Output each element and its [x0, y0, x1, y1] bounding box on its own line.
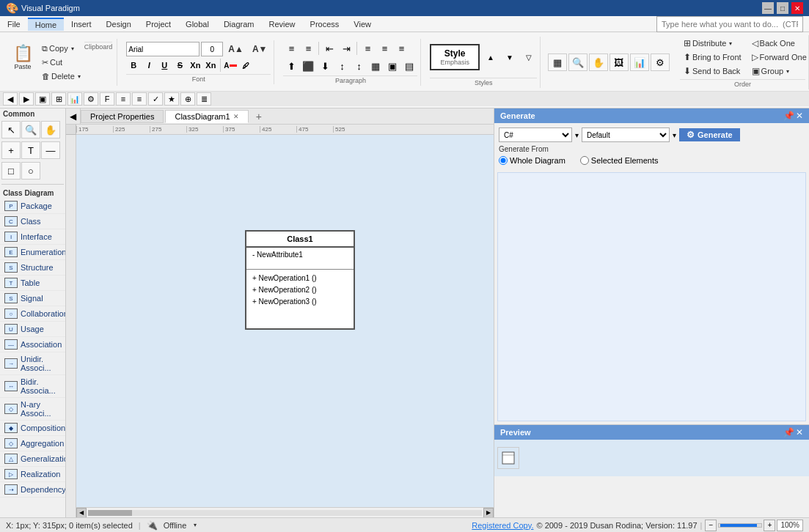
whole-diagram-radio-label[interactable]: Whole Diagram [499, 156, 565, 165]
ribbon-tool-4[interactable]: ⊞ [51, 92, 66, 106]
sidebar-item-signal[interactable]: S Signal [0, 291, 65, 306]
ribbon-tool-12[interactable]: ⊕ [180, 92, 195, 106]
tab-class-diagram[interactable]: ClassDiagram1 ✕ [165, 110, 248, 123]
columns-button[interactable]: ▦ [367, 58, 384, 74]
maximize-button[interactable]: □ [777, 2, 788, 14]
toolbar-icon-1[interactable]: ▦ [548, 53, 567, 71]
line-spacing-button[interactable]: ↕ [351, 58, 367, 74]
zoom-slider[interactable] [718, 523, 762, 528]
generate-panel-pin-button[interactable]: 📌 [783, 111, 794, 121]
sidebar-item-unidir-assoc[interactable]: → Unidir. Associ... [0, 352, 65, 375]
ribbon-tool-3[interactable]: ▣ [35, 92, 50, 106]
hand-tool-button[interactable]: ✋ [41, 121, 60, 138]
whole-diagram-radio[interactable] [499, 156, 508, 165]
menu-project[interactable]: Project [139, 18, 178, 30]
align-top-button[interactable]: ⬆ [283, 58, 299, 74]
italic-button[interactable]: I [142, 58, 156, 73]
zoom-out-button[interactable]: − [705, 520, 717, 531]
line-tool-button[interactable]: — [41, 141, 60, 159]
distribute-button[interactable]: ⊞ Distribute ▾ [680, 37, 745, 50]
scroll-left-button[interactable]: ◀ [76, 508, 87, 518]
paste-button[interactable]: 📋 Paste [9, 42, 37, 78]
sidebar-item-bidir-assoc[interactable]: ↔ Bidir. Associa... [0, 375, 65, 398]
forward-one-button[interactable]: ▷ Forward One [748, 51, 809, 64]
tab-close-button[interactable]: ✕ [233, 113, 239, 120]
increase-font-button[interactable]: A▲ [224, 43, 247, 56]
ribbon-tool-5[interactable]: 📊 [67, 92, 82, 106]
ribbon-tool-1[interactable]: ◀ [3, 92, 18, 106]
menu-file[interactable]: File [0, 18, 28, 30]
highlight-button[interactable]: 🖊 [238, 58, 253, 73]
cut-button[interactable]: ✂ Cut [38, 56, 84, 69]
sidebar-item-generalization[interactable]: △ Generalization [0, 451, 65, 467]
language-select[interactable]: C# Java Python [499, 128, 572, 142]
align-right-button[interactable]: ≡ [393, 40, 409, 56]
sidebar-item-usage[interactable]: U Usage [0, 322, 65, 337]
bullet-list-button[interactable]: ≡ [283, 40, 299, 56]
toolbar-icon-6[interactable]: ⚙ [651, 53, 670, 71]
align-bottom-button[interactable]: ⬇ [317, 58, 333, 74]
add-shape-button[interactable]: + [1, 141, 21, 159]
scroll-right-button[interactable]: ▶ [483, 508, 494, 518]
sidebar-item-interface[interactable]: I Interface [0, 229, 65, 245]
menu-process[interactable]: Process [303, 18, 347, 30]
sidebar-item-realization[interactable]: ▷ Realization [0, 467, 65, 482]
add-tab-button[interactable]: + [250, 109, 268, 124]
sidebar-item-package[interactable]: P Package [0, 199, 65, 214]
subscript-button[interactable]: Xn [188, 58, 202, 73]
menu-design[interactable]: Design [99, 18, 139, 30]
selected-elements-radio[interactable] [580, 156, 589, 165]
ribbon-tool-7[interactable]: F [100, 92, 114, 106]
global-search-input[interactable] [656, 16, 803, 32]
close-button[interactable]: ✕ [791, 2, 803, 14]
zoom-in-button[interactable]: + [764, 520, 775, 531]
scrollbar-track-h[interactable] [88, 510, 482, 516]
sidebar-item-dependency[interactable]: ⇢ Dependency [0, 482, 65, 498]
underline-button[interactable]: U [157, 58, 172, 73]
styles-scroll-down-button[interactable]: ▼ [502, 49, 518, 65]
toolbar-icon-4[interactable]: 🖼 [610, 53, 629, 71]
sidebar-item-enumeration[interactable]: E Enumeration [0, 245, 65, 260]
menu-review[interactable]: Review [261, 18, 302, 30]
menu-view[interactable]: View [346, 18, 378, 30]
decrease-font-button[interactable]: A▼ [249, 43, 271, 56]
ribbon-tool-13[interactable]: ≣ [197, 92, 211, 106]
send-to-back-button[interactable]: ⬇ Send to Back [680, 64, 745, 78]
rect-tool-button[interactable]: □ [1, 162, 21, 180]
menu-home[interactable]: Home [28, 18, 64, 31]
preview-panel-pin-button[interactable]: 📌 [783, 427, 794, 437]
ribbon-tool-9[interactable]: ≡ [132, 92, 147, 106]
align-center-button[interactable]: ≡ [376, 40, 392, 56]
sidebar-item-table[interactable]: T Table [0, 276, 65, 291]
minimize-button[interactable]: — [762, 2, 774, 14]
sidebar-item-aggregation[interactable]: ◇ Aggregation [0, 436, 65, 451]
generate-button[interactable]: ⚙ Generate [679, 128, 740, 141]
scrollbar-thumb-h[interactable] [88, 510, 132, 516]
ribbon-tool-6[interactable]: ⚙ [84, 92, 98, 106]
uml-class-box[interactable]: Class1 - NewAttribute1 + NewOperation1 (… [245, 230, 355, 330]
sidebar-item-association[interactable]: — Association [0, 337, 65, 352]
superscript-button[interactable]: Xn [203, 58, 218, 73]
select-tool-button[interactable]: ↖ [1, 121, 21, 138]
selected-elements-radio-label[interactable]: Selected Elements [580, 156, 659, 165]
sidebar-item-structure[interactable]: S Structure [0, 260, 65, 276]
preview-panel-close-button[interactable]: ✕ [796, 427, 803, 437]
align-middle-button[interactable]: ⬛ [300, 58, 316, 74]
scrollbar-horizontal[interactable]: ◀ ▶ [76, 507, 494, 517]
sidebar-item-collaboration[interactable]: ○ Collaboration [0, 306, 65, 322]
tab-project-properties[interactable]: Project Properties [81, 110, 164, 123]
menu-insert[interactable]: Insert [64, 18, 99, 30]
toolbar-icon-5[interactable]: 📊 [630, 53, 649, 71]
canvas-content[interactable]: Class1 - NewAttribute1 + NewOperation1 (… [76, 135, 494, 503]
group-button[interactable]: ▣ Group ▾ [748, 64, 809, 78]
copy-button[interactable]: ⧉ Copy ▾ [38, 42, 84, 55]
sidebar-item-composition[interactable]: ◆ Composition [0, 421, 65, 436]
ribbon-tool-11[interactable]: ★ [164, 92, 179, 106]
bring-to-front-button[interactable]: ⬆ Bring to Front [680, 51, 745, 64]
font-size-input[interactable] [201, 42, 223, 56]
toolbar-icon-3[interactable]: ✋ [589, 53, 608, 71]
align-left-button[interactable]: ≡ [359, 40, 376, 56]
border-button[interactable]: ▣ [384, 58, 400, 74]
text-direction-button[interactable]: ↕ [334, 58, 350, 74]
toolbar-icon-2[interactable]: 🔍 [568, 53, 587, 71]
